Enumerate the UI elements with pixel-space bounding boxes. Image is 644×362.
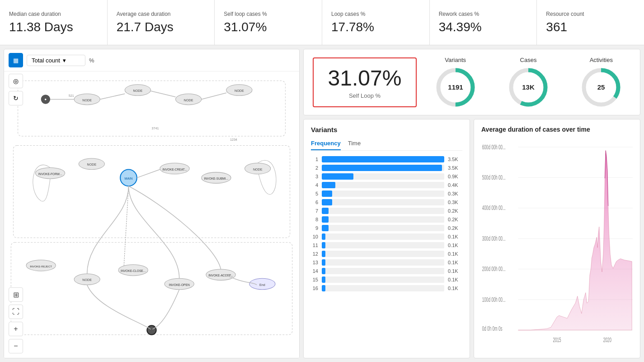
variant-bar — [322, 156, 444, 162]
variant-row[interactable]: 8 0.2K — [311, 216, 462, 223]
variant-row[interactable]: 12 0.1K — [311, 251, 462, 257]
variant-bar — [322, 242, 325, 248]
left-panel: ▦ Total count ▾ % ◎ ↻ — [4, 49, 300, 358]
svg-text:2020: 2020 — [603, 336, 611, 343]
variant-bar — [322, 165, 442, 171]
dropdown-label: Total count — [32, 57, 60, 64]
svg-text:2015: 2015 — [553, 336, 561, 343]
variants-list: 1 3.5K 2 3.5K 3 0.9K 4 0.4K 5 — [311, 156, 462, 291]
top-right-panel: 31.07% Self Loop % Variants 1191 Cases 1… — [303, 49, 640, 115]
svg-text:NODE: NODE — [253, 168, 263, 171]
variant-row[interactable]: 7 0.2K — [311, 208, 462, 214]
chart-title: Average duration of cases over time — [481, 126, 633, 133]
svg-text:NODE: NODE — [82, 99, 92, 102]
donut-circle: 13K — [508, 67, 549, 108]
variant-row[interactable]: 3 0.9K — [311, 173, 462, 180]
svg-text:NODE: NODE — [133, 89, 143, 93]
kpi-value: 11.38 Days — [9, 20, 98, 34]
kpi-value: 17.78% — [331, 20, 420, 34]
variant-row[interactable]: 16 0.1K — [311, 285, 462, 291]
variant-row[interactable]: 2 3.5K — [311, 165, 462, 171]
variant-number: 12 — [311, 251, 318, 257]
variant-bar-bg — [322, 251, 444, 257]
variant-number: 1 — [311, 157, 318, 162]
variant-number: 14 — [311, 268, 318, 274]
variant-number: 4 — [311, 182, 318, 188]
variant-row[interactable]: 13 0.1K — [311, 259, 462, 266]
zoom-in-button[interactable]: + — [9, 322, 23, 336]
svg-text:600d 00h 00...: 600d 00h 00... — [482, 143, 506, 150]
variant-bar — [322, 251, 325, 257]
chart-panel: Average duration of cases over time 600d… — [474, 119, 640, 358]
variant-bar — [322, 225, 329, 231]
document-icon: ▦ — [13, 57, 19, 64]
variant-bar-bg — [322, 165, 444, 171]
variant-row[interactable]: 10 0.1K — [311, 233, 462, 240]
variant-row[interactable]: 15 0.1K — [311, 276, 462, 283]
svg-text:INVOKE-REJECT: INVOKE-REJECT — [30, 265, 52, 268]
bottom-right: Variants FrequencyTime 1 3.5K 2 3.5K 3 0… — [303, 119, 640, 358]
zoom-out-button[interactable]: − — [9, 339, 23, 353]
variants-title: Variants — [311, 126, 462, 133]
variant-value: 3.5K — [448, 157, 462, 162]
svg-text:NODE: NODE — [87, 163, 97, 167]
kpi-label: Self loop cases % — [224, 11, 313, 17]
svg-text:NODE: NODE — [235, 89, 244, 93]
circle-title: Cases — [520, 57, 537, 63]
variant-bar-bg — [322, 268, 444, 274]
svg-text:100d 00h 00...: 100d 00h 00... — [482, 296, 506, 303]
variant-value: 0.9K — [448, 174, 462, 179]
variant-bar-bg — [322, 156, 444, 162]
variant-value: 0.1K — [448, 260, 462, 265]
variant-row[interactable]: 5 0.3K — [311, 191, 462, 197]
variant-number: 5 — [311, 191, 318, 196]
variant-row[interactable]: 11 0.1K — [311, 242, 462, 248]
variant-number: 15 — [311, 277, 318, 282]
variant-value: 0.1K — [448, 251, 462, 257]
svg-text:NODE: NODE — [184, 99, 193, 102]
variant-number: 2 — [311, 165, 318, 171]
left-toolbar: ▦ Total count ▾ % — [4, 49, 299, 71]
variant-bar-bg — [322, 242, 444, 248]
refresh-button[interactable]: ↻ — [9, 91, 23, 105]
variant-bar — [322, 208, 329, 214]
kpi-value: 21.7 Days — [117, 20, 206, 34]
total-count-dropdown[interactable]: Total count ▾ — [27, 55, 85, 66]
variants-tab-time[interactable]: Time — [348, 138, 361, 150]
expand-button[interactable]: ⛶ — [9, 305, 23, 319]
kpi-item: Average case duration 21.7 Days — [108, 0, 215, 45]
svg-text:500d 00h 00...: 500d 00h 00... — [482, 174, 506, 181]
variants-tab-frequency[interactable]: Frequency — [311, 138, 341, 150]
svg-text:521: 521 — [69, 94, 74, 98]
circle-item: Activities 25 — [581, 57, 621, 108]
svg-point-38 — [147, 325, 156, 334]
variant-row[interactable]: 6 0.3K — [311, 199, 462, 205]
circle-title: Activities — [590, 57, 613, 63]
right-panel: 31.07% Self Loop % Variants 1191 Cases 1… — [303, 49, 640, 358]
variant-row[interactable]: 4 0.4K — [311, 182, 462, 188]
circle-item: Variants 1191 — [435, 57, 476, 108]
variant-number: 11 — [311, 243, 318, 248]
kpi-item: Resource count 361 — [537, 0, 644, 45]
variant-row[interactable]: 1 3.5K — [311, 156, 462, 162]
main-content: ▦ Total count ▾ % ◎ ↻ — [0, 45, 644, 362]
variant-value: 3.5K — [448, 165, 462, 171]
variant-bar-bg — [322, 208, 444, 214]
circle-title: Variants — [445, 57, 466, 63]
svg-text:13K: 13K — [522, 83, 535, 91]
variant-number: 16 — [311, 286, 318, 291]
variant-row[interactable]: 9 0.2K — [311, 225, 462, 231]
svg-text:1234: 1234 — [230, 138, 237, 142]
variant-number: 7 — [311, 208, 318, 214]
svg-text:400d 00h 00...: 400d 00h 00... — [482, 205, 506, 211]
svg-text:25: 25 — [597, 83, 605, 91]
document-button[interactable]: ▦ — [9, 53, 23, 67]
variant-bar — [322, 199, 332, 205]
kpi-item: Self loop cases % 31.07% — [215, 0, 322, 45]
variant-value: 0.2K — [448, 225, 462, 231]
grid-view-button[interactable]: ⊞ — [9, 287, 23, 302]
target-button[interactable]: ◎ — [9, 74, 23, 88]
kpi-item: Rework cases % 34.39% — [430, 0, 537, 45]
variant-bar-bg — [322, 225, 444, 231]
variant-row[interactable]: 14 0.1K — [311, 268, 462, 274]
